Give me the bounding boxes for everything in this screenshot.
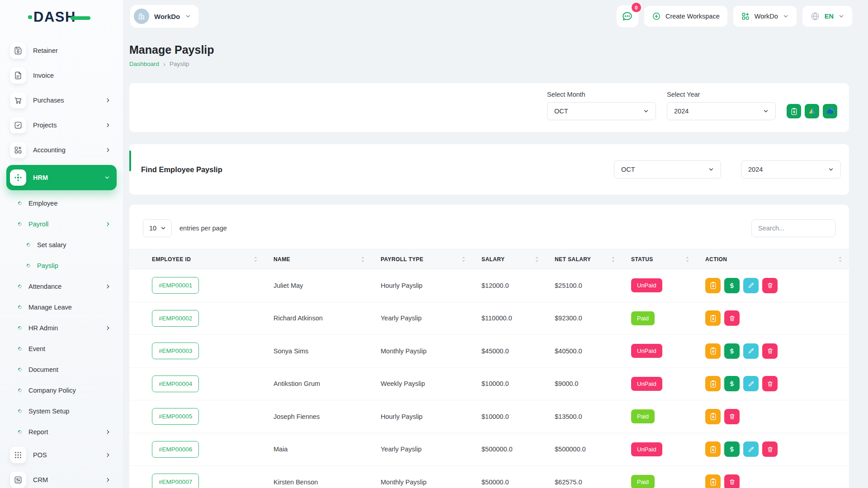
- payslip-filter-card: Select Month OCT Select Year 2024 $: [129, 83, 849, 132]
- column-header-employee-id[interactable]: EMPLOYEE ID: [129, 256, 264, 263]
- projects-icon: [10, 117, 26, 133]
- column-header-net-salary[interactable]: NET SALARY: [546, 256, 622, 263]
- sidebar-item-payslip[interactable]: Payslip: [0, 255, 123, 276]
- chevron-down-icon: [828, 166, 834, 173]
- delete-button[interactable]: [724, 409, 740, 424]
- bulk-payment-button[interactable]: $: [787, 104, 801, 118]
- select-month-group: Select Month OCT: [547, 91, 656, 120]
- delete-button[interactable]: [724, 474, 740, 488]
- sidebar-item-set-salary[interactable]: Set salary: [0, 235, 123, 255]
- sidebar-item-document[interactable]: Document: [0, 359, 123, 380]
- chevron-down-icon: [643, 108, 649, 114]
- entries-per-page-select[interactable]: 10: [143, 219, 172, 237]
- sidebar-item-label: Retainer: [33, 47, 58, 54]
- payslip-button[interactable]: $: [705, 441, 721, 457]
- delete-button[interactable]: [762, 278, 778, 293]
- payroll-type: Yearly Payslip: [372, 446, 472, 453]
- payslip-button[interactable]: $: [705, 409, 721, 424]
- payslip-button[interactable]: $: [705, 376, 721, 391]
- column-header-salary[interactable]: SALARY: [472, 256, 546, 263]
- pay-button[interactable]: [724, 278, 740, 293]
- row-actions: $: [696, 409, 849, 424]
- language-selector[interactable]: EN: [802, 6, 852, 27]
- edit-button[interactable]: [743, 278, 759, 293]
- sidebar-item-label: Report: [28, 428, 48, 436]
- create-workspace-button[interactable]: Create Workspace: [644, 6, 727, 27]
- google-drive-button[interactable]: [805, 104, 819, 118]
- payslip-button[interactable]: $: [705, 278, 721, 293]
- delete-button[interactable]: [762, 441, 778, 457]
- onedrive-button[interactable]: [823, 104, 837, 118]
- delete-button[interactable]: [762, 343, 778, 359]
- svg-text:$: $: [793, 110, 795, 114]
- net-salary: $40500.0: [546, 347, 622, 355]
- app-menu-button[interactable]: WorkDo: [733, 6, 797, 27]
- create-workspace-label: Create Workspace: [665, 13, 720, 20]
- column-header-payroll-type[interactable]: PAYROLL TYPE: [372, 256, 472, 263]
- find-month-select[interactable]: OCT: [614, 160, 721, 178]
- delete-button[interactable]: [724, 310, 740, 326]
- sidebar-item-crm[interactable]: CRM: [0, 467, 123, 488]
- app-menu-label: WorkDo: [755, 13, 778, 20]
- edit-button[interactable]: [743, 376, 759, 391]
- chat-icon: [621, 10, 633, 23]
- sidebar-item-accounting[interactable]: Accounting: [0, 137, 123, 162]
- column-header-name[interactable]: NAME: [264, 256, 372, 263]
- sort-icon: [253, 256, 258, 263]
- payslip-button[interactable]: $: [705, 343, 721, 359]
- workspace-switcher[interactable]: WorkDo: [130, 5, 198, 28]
- sidebar-item-label: Invoice: [33, 72, 54, 79]
- column-header-status[interactable]: STATUS: [622, 256, 696, 263]
- sort-icon: [685, 256, 690, 263]
- employee-name: Kirsten Benson: [264, 479, 372, 486]
- page-title: Manage Payslip: [129, 43, 849, 56]
- chevron-down-icon: [708, 166, 714, 173]
- pay-button[interactable]: [724, 376, 740, 391]
- sidebar-item-projects[interactable]: Projects: [0, 113, 123, 137]
- sidebar-item-event[interactable]: Event: [0, 338, 123, 359]
- payslip-button[interactable]: $: [705, 474, 721, 488]
- bullet-icon: [26, 242, 31, 247]
- salary: $12000.0: [472, 282, 546, 289]
- edit-button[interactable]: [743, 441, 759, 457]
- chevron-right-icon: [105, 477, 111, 483]
- trash-icon: [729, 413, 736, 420]
- table-row: #EMP00003Sonya SimsMonthly Payslip$45000…: [129, 335, 849, 368]
- breadcrumb-dashboard[interactable]: Dashboard: [129, 61, 159, 67]
- sidebar-item-pos[interactable]: POS: [0, 442, 123, 467]
- logo-accent-dash: [71, 16, 90, 20]
- month-select[interactable]: OCT: [547, 102, 656, 120]
- sidebar-item-manage-leave[interactable]: Manage Leave: [0, 297, 123, 318]
- year-select[interactable]: 2024: [667, 102, 776, 120]
- table-body: #EMP00001Juliet MayHourly Payslip$12000.…: [129, 269, 849, 488]
- sidebar-item-employee[interactable]: Employee: [0, 193, 123, 214]
- sidebar-item-label: Accounting: [33, 146, 66, 154]
- payslip-button[interactable]: $: [705, 310, 721, 326]
- sidebar-item-hr-admin[interactable]: HR Admin: [0, 318, 123, 338]
- edit-button[interactable]: [743, 343, 759, 359]
- sidebar-item-invoice[interactable]: Invoice: [0, 63, 123, 88]
- delete-button[interactable]: [762, 376, 778, 391]
- chevron-down-icon: [185, 13, 191, 19]
- sidebar-item-retainer[interactable]: Retainer: [0, 38, 123, 63]
- building-icon: [134, 9, 149, 24]
- payroll-type: Hourly Payslip: [372, 413, 472, 420]
- search-input[interactable]: [751, 219, 835, 237]
- sidebar-item-report[interactable]: Report: [0, 422, 123, 442]
- sidebar-item-company-policy[interactable]: Company Policy: [0, 380, 123, 401]
- sidebar-item-label: Payroll: [28, 221, 48, 228]
- app-logo[interactable]: DASH: [28, 10, 90, 24]
- pay-button[interactable]: [724, 343, 740, 359]
- pay-button[interactable]: [724, 441, 740, 457]
- sidebar-item-hrm[interactable]: HRM: [6, 165, 117, 190]
- sidebar-item-attendance[interactable]: Attendance: [0, 276, 123, 297]
- sidebar-item-system-setup[interactable]: System Setup: [0, 401, 123, 422]
- employee-id-chip: #EMP00001: [152, 277, 199, 294]
- column-header-action[interactable]: ACTION: [696, 256, 849, 263]
- bullet-icon: [17, 429, 22, 434]
- sidebar-item-payroll[interactable]: Payroll: [0, 214, 123, 235]
- messages-button[interactable]: 0: [617, 5, 638, 27]
- sidebar-item-label: System Setup: [28, 408, 69, 415]
- sidebar-item-purchases[interactable]: Purchases: [0, 88, 123, 113]
- find-year-select[interactable]: 2024: [741, 160, 841, 178]
